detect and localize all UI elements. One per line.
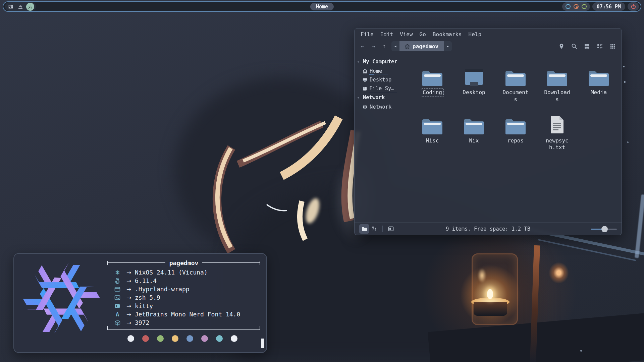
zoom-slider[interactable] [591,226,617,232]
chevron-down-icon[interactable]: ▾ [357,60,361,64]
font-icon: A [112,311,123,318]
list-view-button[interactable] [595,42,605,51]
fetch-value: JetBrains Mono Nerd Font 14.0 [135,311,240,318]
menu-edit[interactable]: Edit [377,31,397,38]
sidebar-section-label: Network [363,95,385,101]
compact-view-button[interactable] [607,42,618,51]
fetch-widget: pagedmov ❄ → NixOS 24.11 (Vicuna) → 6.11… [13,253,267,353]
menu-view[interactable]: View [396,31,416,38]
file-label: Misc [424,137,441,145]
forward-button[interactable]: → [368,42,379,51]
sidebar-section-my-computer[interactable]: ▾ My Computer [357,59,410,65]
folder-icon [422,109,443,135]
menu-bookmarks[interactable]: Bookmarks [429,31,465,38]
menu-help[interactable]: Help [465,31,485,38]
show-places-button[interactable] [359,224,369,234]
sidebar-section-network[interactable]: ▾ Network [357,95,410,101]
menu-go[interactable]: Go [416,31,429,38]
box-corner [260,326,260,329]
file-item-media[interactable]: Media [578,61,620,104]
file-label: newpsych.txt [541,137,573,152]
path-scroll-right-button[interactable]: ▶ [444,41,452,51]
file-manager-window: File Edit View Go Bookmarks Help ← → ↑ ◀… [354,28,622,235]
sidebar-section-label: My Computer [363,59,397,65]
top-bar: Home 07:56 PM [3,1,641,12]
folder-icon [505,61,526,86]
folder-icon [588,61,609,86]
sidebar-item-desktop[interactable]: Desktop [357,75,410,84]
back-button[interactable]: ← [357,42,368,51]
toggle-side-pane-button[interactable] [386,224,396,234]
palette-dot [201,335,208,342]
fetch-value: kitty [135,302,153,309]
sidebar-item-network[interactable]: Network [357,103,410,111]
cjk-five-icon [18,4,23,9]
wallpaper-flame [487,289,493,299]
file-item-coding[interactable]: Coding [412,61,453,104]
wallpaper-distant-light [549,262,569,284]
menu-file[interactable]: File [357,31,377,38]
file-item-documents[interactable]: Documents [495,61,536,104]
bar-right-modules: 07:56 PM [562,2,639,11]
workspace-6-active[interactable] [26,3,34,11]
box-bottom-border [107,329,260,330]
search-icon [571,43,577,49]
file-item-desktop[interactable]: Desktop [453,61,495,104]
chevron-down-icon[interactable]: ▾ [357,96,361,100]
path-bar: ◀ pagedmov ▶ [391,41,452,51]
file-item-misc[interactable]: Misc [412,109,453,152]
path-segment-home[interactable]: pagedmov [399,41,444,51]
workspace-4[interactable] [7,3,15,11]
fetch-value: NixOS 24.11 (Vicuna) [135,269,208,276]
icon-view-button[interactable] [582,42,592,51]
search-button[interactable] [569,42,579,51]
sidebar: ▾ My Computer Home Desktop [355,54,410,222]
file-label: Desktop [461,88,487,97]
wallpaper-edge-light [635,194,644,258]
path-scroll-left-button[interactable]: ◀ [391,41,399,51]
file-label: Media [589,88,608,97]
window-icon [112,287,123,292]
workspace-5[interactable] [16,3,24,11]
sidebar-item-label: Desktop [370,77,391,83]
sidebar-item-label: File Sy… [369,85,394,92]
fetch-row-font: A → JetBrains Mono Nerd Font 14.0 [112,310,260,318]
tux-icon [112,278,123,284]
active-window-title[interactable]: Home [310,3,334,10]
tray-icon-orange[interactable] [574,4,579,9]
folder-icon [422,61,443,86]
palette-dot [142,335,149,342]
wallpaper-sparkle [580,350,582,352]
show-tree-button[interactable] [369,224,379,234]
folder-icon [464,109,484,135]
arrow-icon: → [123,278,135,284]
file-label: Nix [468,137,481,145]
fetch-username: pagedmov [165,259,203,266]
fetch-row-wm: → .Hyprland-wrapp [112,285,260,293]
workspaces [5,2,36,11]
home-icon [363,69,367,73]
tray-icon-blue[interactable] [566,4,571,9]
sidebar-item-home[interactable]: Home [357,67,410,75]
terminal-color-palette [127,335,237,342]
file-item-newpsych-txt[interactable]: newpsych.txt [536,109,578,152]
desktop-icon [363,78,367,82]
path-segment-label: pagedmov [413,43,438,50]
fetch-row-os: ❄ → NixOS 24.11 (Vicuna) [112,268,260,277]
up-button[interactable]: ↑ [379,42,389,51]
arrow-icon: → [123,269,135,276]
file-item-repos[interactable]: repos [495,109,536,152]
file-item-downloads[interactable]: Downloads [536,61,578,104]
location-button[interactable] [556,42,567,51]
box-corner [260,261,260,265]
sidebar-item-file-system[interactable]: File Sy… [357,84,410,93]
clock[interactable]: 07:56 PM [592,2,625,11]
tray-icon-green[interactable] [582,4,587,9]
fetch-row-shell: → zsh 5.9 [112,293,260,302]
arrow-icon: → [123,303,135,309]
fetch-value: zsh 5.9 [135,294,160,301]
file-item-nix[interactable]: Nix [453,109,495,152]
slider-knob[interactable] [601,226,608,232]
power-button[interactable] [628,2,639,11]
sidebar-item-label: Home [370,68,382,74]
